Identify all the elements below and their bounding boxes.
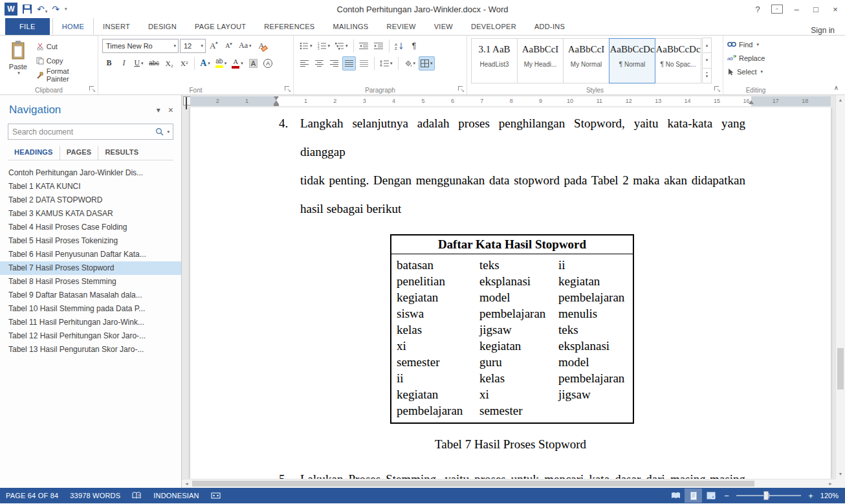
heading-item[interactable]: Tabel 6 Hasil Penyusunan Daftar Kata... [0, 248, 181, 261]
ribbon-tab[interactable]: MAILINGS [324, 17, 377, 35]
help-button[interactable]: ? [748, 1, 767, 17]
ribbon-tab[interactable]: VIEW [425, 17, 462, 35]
copy-button[interactable]: Copy [35, 54, 94, 67]
print-layout-button[interactable] [685, 488, 702, 503]
heading-item[interactable]: Tabel 3 KAMUS KATA DASAR [0, 207, 181, 221]
line-spacing-button[interactable]: ▾ [378, 56, 395, 71]
text-effects-button[interactable]: A▾ [198, 56, 212, 71]
scroll-right-icon[interactable]: ► [826, 481, 835, 486]
undo-button[interactable]: ↶▾ [37, 5, 47, 14]
select-button[interactable]: Select ▾ [727, 65, 785, 78]
heading-item[interactable]: Tabel 4 Hasil Proses Case Folding [0, 221, 181, 234]
style-item[interactable]: 3.1 AaB HeadList3 [471, 38, 518, 83]
styles-scroll-up-button[interactable]: ▴ [702, 38, 712, 53]
heading-item[interactable]: Tabel 12 Hasil Perhitungan Skor Jaro-... [0, 329, 181, 343]
ribbon-tab[interactable]: ADD-INS [525, 17, 574, 35]
underline-button[interactable]: U▾ [132, 56, 146, 71]
heading-item[interactable]: Tabel 13 Hasil Pengurutan Skor Jaro-... [0, 343, 181, 356]
heading-item[interactable]: Tabel 9 Daftar Batasan Masalah dala... [0, 289, 181, 302]
align-left-button[interactable] [298, 56, 311, 71]
stopword-table[interactable]: Daftar Kata Hasil Stopword batasanpeneli… [390, 234, 634, 424]
read-mode-button[interactable] [667, 488, 685, 503]
shrink-font-button[interactable]: A▾ [222, 39, 236, 53]
paste-dropdown-icon[interactable]: ▾ [17, 71, 20, 76]
navigation-tab[interactable]: PAGES [60, 146, 98, 160]
bold-button[interactable]: B [102, 56, 116, 71]
vertical-scroll-thumb[interactable] [837, 348, 844, 389]
web-layout-button[interactable] [702, 488, 719, 503]
minimize-button[interactable]: – [787, 1, 806, 17]
save-button[interactable] [22, 4, 32, 14]
italic-button[interactable]: I [117, 56, 131, 71]
character-shading-button[interactable]: A [247, 56, 260, 71]
multilevel-list-button[interactable]: ▾ [333, 39, 350, 53]
cut-button[interactable]: Cut [35, 40, 94, 53]
ribbon-tab[interactable]: REVIEW [377, 17, 424, 35]
justify-button[interactable] [342, 56, 356, 71]
font-dialog-launcher-icon[interactable]: ↘ [285, 86, 291, 93]
numbering-button[interactable]: 123▾ [316, 39, 333, 53]
format-painter-button[interactable]: Format Painter [35, 69, 94, 82]
undo-dropdown-icon[interactable]: ▾ [45, 9, 48, 14]
close-button[interactable]: × [826, 1, 845, 17]
zoom-level[interactable]: 120% [818, 492, 845, 499]
subscript-button[interactable]: X₂ [162, 56, 176, 71]
maximize-button[interactable]: □ [806, 1, 826, 17]
ribbon-tab[interactable]: PAGE LAYOUT [186, 17, 255, 35]
heading-item[interactable]: Tabel 2 DATA STOPWORD [0, 193, 181, 207]
left-indent-marker[interactable] [274, 104, 279, 106]
increase-indent-button[interactable] [372, 39, 386, 53]
distribute-button[interactable] [357, 56, 371, 71]
styles-scroll-down-button[interactable]: ▾ [702, 52, 712, 68]
language-indicator[interactable]: INDONESIAN [148, 488, 204, 503]
scroll-up-icon[interactable]: ▲ [836, 95, 845, 105]
heading-item[interactable]: Tabel 7 Hasil Proses Stopword [0, 261, 181, 275]
ribbon-tab[interactable]: REFERENCES [255, 17, 324, 35]
right-indent-marker[interactable] [749, 100, 754, 104]
style-item[interactable]: AaBbCcI My Normal [563, 38, 609, 83]
replace-button[interactable]: ab Replace [727, 51, 785, 65]
paste-button[interactable]: Paste ▾ [4, 38, 32, 82]
show-marks-button[interactable]: ¶ [408, 39, 421, 53]
decrease-indent-button[interactable] [357, 39, 371, 53]
horizontal-scrollbar[interactable]: ◄ ► [182, 479, 835, 488]
word-count[interactable]: 33978 WORDS [64, 488, 126, 503]
enclose-characters-button[interactable]: A [261, 56, 275, 71]
paragraph-dialog-launcher-icon[interactable]: ↘ [458, 86, 465, 93]
grow-font-button[interactable]: A▾ [207, 39, 221, 53]
clear-formatting-button[interactable]: A [255, 39, 269, 53]
zoom-slider-handle[interactable] [763, 491, 769, 500]
heading-item[interactable]: Tabel 8 Hasil Proses Stemming [0, 275, 181, 289]
heading-item[interactable]: Tabel 1 KATA KUNCI [0, 180, 181, 193]
macro-recorder[interactable] [205, 488, 226, 503]
shading-button[interactable]: ▾ [402, 56, 418, 71]
style-item[interactable]: AaBbCcDc ¶ No Spac... [655, 38, 701, 83]
ribbon-display-options-button[interactable]: ^ [767, 1, 787, 17]
zoom-slider[interactable] [736, 495, 801, 496]
tab-file[interactable]: FILE [5, 17, 50, 35]
page-indicator[interactable]: PAGE 64 OF 84 [0, 488, 64, 503]
highlight-button[interactable]: ab▾ [214, 56, 229, 71]
font-name-select[interactable]: Times New Ro ▾ [102, 39, 179, 53]
scroll-down-icon[interactable]: ▼ [836, 469, 845, 479]
bullets-button[interactable]: ▾ [298, 39, 314, 53]
navigation-tab[interactable]: RESULTS [98, 146, 145, 160]
ruler-strip[interactable]: 21123456789101112131415161718 [190, 96, 831, 106]
table-caption[interactable]: Tabel 7 Hasil Proses Stopword [190, 434, 831, 455]
navigation-close-icon[interactable]: × [168, 105, 173, 115]
clipboard-dialog-launcher-icon[interactable]: ↘ [89, 86, 96, 93]
font-size-select[interactable]: 12 ▾ [180, 39, 206, 53]
font-color-button[interactable]: A▾ [230, 56, 245, 71]
heading-item[interactable]: Tabel 5 Hasil Proses Tokenizing [0, 234, 181, 248]
heading-item[interactable]: Contoh Perhitungan Jaro-Winkler Dis... [0, 166, 181, 180]
vertical-scrollbar[interactable]: ▲ ▼ [835, 95, 845, 479]
ribbon-tab[interactable]: DEVELOPER [462, 17, 525, 35]
superscript-button[interactable]: X² [177, 56, 191, 71]
find-button[interactable]: Find ▾ [727, 38, 785, 51]
navigation-tab[interactable]: HEADINGS [8, 146, 60, 160]
qat-customize-icon[interactable]: ▾ [65, 6, 67, 12]
navigation-options-icon[interactable]: ▾ [157, 105, 160, 115]
align-right-button[interactable] [327, 56, 341, 71]
ribbon-tab[interactable]: DESIGN [139, 17, 186, 35]
styles-more-button[interactable]: ▾ [702, 68, 712, 83]
